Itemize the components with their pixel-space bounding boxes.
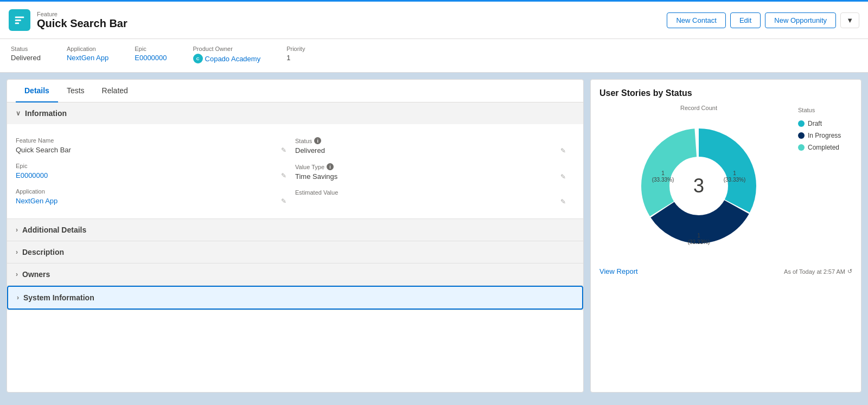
info-left-col: Feature Name Quick Search Bar ✎ Epic E00… [16,133,295,210]
meta-product-owner-label: Product Owner [193,46,261,52]
new-opportunity-button[interactable]: New Opportunity [765,12,836,28]
description-header[interactable]: › Description [7,241,583,263]
feature-icon [9,9,30,31]
meta-priority: Priority 1 [286,46,305,63]
estimated-value-label: Estimated Value [295,189,566,196]
legend-dot-completed [798,144,805,151]
application-value[interactable]: NextGen App [16,197,58,205]
edit-button[interactable]: Edit [730,12,761,28]
status-field: Status i Delivered ✎ [295,133,575,159]
meta-product-owner: Product Owner C Copado Academy [193,46,261,63]
estimated-value-edit-icon[interactable]: ✎ [560,198,566,205]
legend-dot-inprogress [798,132,805,139]
meta-bar: Status Delivered Application NextGen App… [0,39,868,73]
chart-legend: Status Draft In Progress Completed [798,105,852,151]
status-edit-icon[interactable]: ✎ [560,147,566,155]
header-title: Quick Search Bar [37,17,127,30]
information-section-header[interactable]: ∨ Information [7,102,583,124]
chart-wrapper: Record Count [599,105,798,256]
epic-value-row: E0000000 ✎ [16,171,286,179]
main-content: Details Tests Related ∨ Information Feat… [0,73,868,399]
chart-title: User Stories by Status [599,88,852,98]
slice-label-inprogress-count: 1 [697,233,700,239]
donut-center-label: 3 [693,175,704,197]
page-header: Feature Quick Search Bar New Contact Edi… [0,0,868,39]
tab-details[interactable]: Details [16,80,58,102]
application-value-row: NextGen App ✎ [16,197,286,205]
description-label: Description [22,248,64,256]
additional-details-chevron-icon: › [16,226,18,234]
meta-priority-label: Priority [286,46,305,52]
value-type-field: Value Type i Time Savings ✎ [295,159,575,185]
description-chevron-icon: › [16,248,18,256]
header-actions: New Contact Edit New Opportunity ▼ [667,12,859,28]
feature-name-field: Feature Name Quick Search Bar ✎ [16,133,295,158]
chart-record-count-label: Record Count [680,105,717,111]
feature-name-label: Feature Name [16,137,286,144]
legend-item-draft: Draft [798,120,852,127]
system-information-header[interactable]: › System Information [7,286,583,310]
header-left: Feature Quick Search Bar [9,9,127,31]
chart-area: Record Count [599,105,852,256]
header-titles: Feature Quick Search Bar [37,11,127,30]
owners-chevron-icon: › [16,271,18,278]
value-type-field-label: Value Type i [295,163,566,170]
new-contact-button[interactable]: New Contact [667,12,725,28]
legend-label-draft: Draft [808,120,822,127]
chart-timestamp: As of Today at 2:57 AM ↺ [784,268,852,275]
application-edit-icon[interactable]: ✎ [281,197,286,205]
legend-item-completed: Completed [798,144,852,151]
system-information-chevron-icon: › [17,294,19,301]
value-type-label-text: Value Type [295,164,324,170]
system-information-label: System Information [23,293,94,302]
info-right-col: Status i Delivered ✎ Value Type i [295,133,575,210]
meta-application-value[interactable]: NextGen App [67,54,108,62]
right-panel: User Stories by Status Record Count [590,79,861,393]
slice-label-draft-count: 1 [733,170,736,176]
feature-name-edit-icon[interactable]: ✎ [281,146,286,154]
status-label-text: Status [295,138,312,144]
legend-dot-draft [798,120,805,127]
tab-tests[interactable]: Tests [58,80,93,102]
chart-footer: View Report As of Today at 2:57 AM ↺ [599,263,852,275]
view-report-link[interactable]: View Report [599,267,638,275]
donut-center-number: 3 [693,175,704,197]
tab-related[interactable]: Related [93,80,137,102]
meta-status-label: Status [11,46,41,52]
owners-section: › Owners [7,263,583,286]
value-type-info-icon: i [327,163,334,170]
legend-item-inprogress: In Progress [798,132,852,139]
svg-rect-2 [15,23,19,24]
donut-chart: 1 (33.33%) 1 (33.33%) 1 (33.33%) 3 [628,115,769,256]
legend-label-completed: Completed [808,144,839,151]
refresh-icon[interactable]: ↺ [847,268,852,275]
slice-label-completed-count: 1 [661,170,665,176]
svg-rect-0 [15,17,24,18]
additional-details-section: › Additional Details [7,219,583,241]
status-field-label: Status i [295,137,566,144]
epic-edit-icon[interactable]: ✎ [281,172,286,179]
meta-application-label: Application [67,46,108,52]
status-info-icon: i [314,137,321,144]
estimated-value-value-row: ✎ [295,198,566,205]
epic-value[interactable]: E0000000 [16,171,48,179]
dropdown-button[interactable]: ▼ [840,12,859,28]
owners-header[interactable]: › Owners [7,263,583,285]
tabs: Details Tests Related [7,80,583,102]
meta-epic: Epic E0000000 [135,46,167,63]
value-type-value-row: Time Savings ✎ [295,172,566,181]
meta-application: Application NextGen App [67,46,108,63]
meta-epic-label: Epic [135,46,167,52]
copado-link-text: Copado Academy [205,55,261,63]
svg-rect-1 [15,20,21,21]
value-type-value: Time Savings [295,172,337,181]
meta-product-owner-value[interactable]: C Copado Academy [193,54,261,63]
application-field: Application NextGen App ✎ [16,184,295,209]
chart-timestamp-text: As of Today at 2:57 AM [784,268,845,275]
value-type-edit-icon[interactable]: ✎ [560,173,566,181]
additional-details-header[interactable]: › Additional Details [7,219,583,241]
epic-field: Epic E0000000 ✎ [16,158,295,184]
slice-label-completed-pct: (33.33%) [652,177,674,183]
meta-epic-value[interactable]: E0000000 [135,54,167,62]
estimated-value-field: Estimated Value ✎ [295,185,575,210]
